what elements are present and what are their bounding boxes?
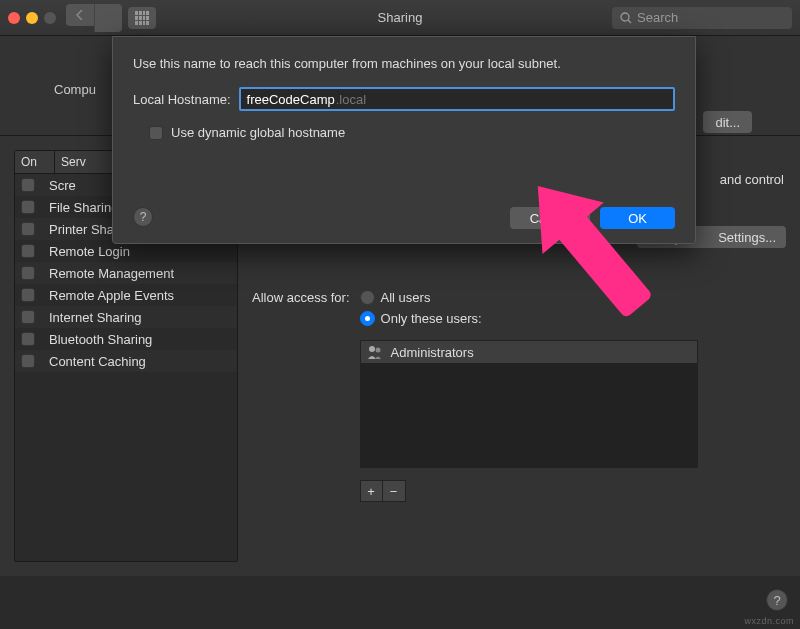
user-label: Administrators xyxy=(391,345,474,360)
close-icon[interactable] xyxy=(8,12,20,24)
nav-buttons xyxy=(66,4,122,32)
edit-hostname-button[interactable]: dit... xyxy=(703,111,752,133)
service-checkbox[interactable] xyxy=(21,178,35,192)
table-row[interactable]: Content Caching xyxy=(15,350,237,372)
service-checkbox[interactable] xyxy=(21,222,35,236)
radio-only-users[interactable]: Only these users: xyxy=(360,311,698,326)
access-section: Allow access for: All users Only these u… xyxy=(252,290,786,502)
hostname-suffix: .local xyxy=(336,92,366,107)
remove-button[interactable]: − xyxy=(383,481,405,501)
service-label: Content Caching xyxy=(49,354,146,369)
hostname-dialog: Use this name to reach this computer fro… xyxy=(112,36,696,244)
table-row[interactable]: Remote Management xyxy=(15,262,237,284)
list-item[interactable]: Administrators xyxy=(361,341,697,363)
access-radios: All users Only these users: Administrato… xyxy=(360,290,698,502)
add-remove-buttons: + − xyxy=(360,480,406,502)
svg-point-0 xyxy=(621,13,629,21)
dynamic-hostname-option[interactable]: Use dynamic global hostname xyxy=(149,125,675,140)
service-label: Internet Sharing xyxy=(49,310,142,325)
ok-button[interactable]: OK xyxy=(600,207,675,229)
zoom-icon xyxy=(44,12,56,24)
hostname-row: Local Hostname: freeCodeCamp.local xyxy=(133,87,675,111)
svg-line-1 xyxy=(628,20,631,23)
service-checkbox[interactable] xyxy=(21,332,35,346)
service-checkbox[interactable] xyxy=(21,354,35,368)
radio-all-users[interactable]: All users xyxy=(360,290,698,305)
dynamic-checkbox[interactable] xyxy=(149,126,163,140)
service-checkbox[interactable] xyxy=(21,244,35,258)
add-button[interactable]: + xyxy=(361,481,383,501)
window-controls xyxy=(8,12,56,24)
back-button[interactable] xyxy=(66,4,94,26)
hostname-value: freeCodeCamp xyxy=(247,92,335,107)
service-label: Bluetooth Sharing xyxy=(49,332,152,347)
users-icon xyxy=(367,345,383,359)
table-row[interactable]: Internet Sharing xyxy=(15,306,237,328)
svg-point-2 xyxy=(369,346,375,352)
computer-name-label: Compu xyxy=(54,82,96,97)
users-list[interactable]: Administrators xyxy=(360,340,698,468)
access-label: Allow access for: xyxy=(252,290,350,502)
help-button[interactable]: ? xyxy=(766,589,788,611)
service-label: Remote Apple Events xyxy=(49,288,174,303)
table-row[interactable]: Bluetooth Sharing xyxy=(15,328,237,350)
search-icon xyxy=(620,12,632,24)
header-on: On xyxy=(15,151,55,173)
forward-button[interactable] xyxy=(94,4,122,32)
service-checkbox[interactable] xyxy=(21,200,35,214)
cancel-button[interactable]: Cancel xyxy=(510,207,590,229)
search-input[interactable]: Search xyxy=(612,7,792,29)
status-text: and control xyxy=(720,172,784,187)
show-all-button[interactable] xyxy=(128,7,156,29)
hostname-input[interactable]: freeCodeCamp.local xyxy=(239,87,675,111)
service-checkbox[interactable] xyxy=(21,266,35,280)
service-label: Remote Management xyxy=(49,266,174,281)
radio-icon xyxy=(360,290,375,305)
svg-point-3 xyxy=(375,348,380,353)
watermark: wxzdn.com xyxy=(744,616,794,626)
minimize-icon[interactable] xyxy=(26,12,38,24)
dynamic-label: Use dynamic global hostname xyxy=(171,125,345,140)
titlebar: Sharing Search xyxy=(0,0,800,36)
service-checkbox[interactable] xyxy=(21,288,35,302)
search-placeholder: Search xyxy=(637,10,678,25)
grid-icon xyxy=(135,11,149,25)
service-label: Scre xyxy=(49,178,76,193)
dialog-buttons: Cancel OK xyxy=(510,207,675,229)
dialog-description: Use this name to reach this computer fro… xyxy=(133,55,675,73)
dialog-help-button[interactable]: ? xyxy=(133,207,153,227)
radio-label: Only these users: xyxy=(381,311,482,326)
service-checkbox[interactable] xyxy=(21,310,35,324)
radio-icon xyxy=(360,311,375,326)
service-label: Remote Login xyxy=(49,244,130,259)
window-title: Sharing xyxy=(378,10,423,25)
hostname-label: Local Hostname: xyxy=(133,92,231,107)
radio-label: All users xyxy=(381,290,431,305)
service-label: File Sharing xyxy=(49,200,118,215)
table-row[interactable]: Remote Apple Events xyxy=(15,284,237,306)
